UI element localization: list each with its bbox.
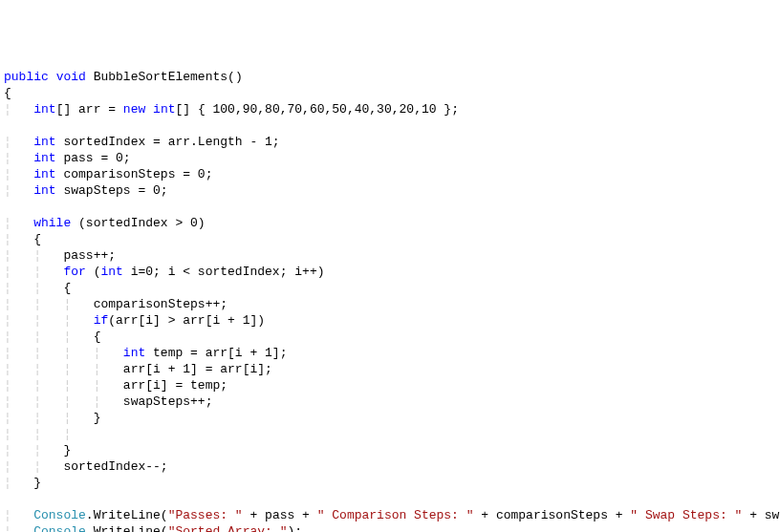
line-24: ¦ ¦ }	[4, 443, 71, 458]
brace-close: }	[94, 411, 101, 425]
keyword-void: void	[56, 70, 86, 84]
statement: sortedIndex--;	[63, 459, 167, 474]
type-console: Console	[33, 524, 86, 532]
string-literal: "Sorted Array: "	[168, 524, 288, 532]
line-blank: ¦ ¦ ¦	[4, 427, 94, 441]
brace-close: }	[63, 443, 71, 458]
line-29: ¦ Console.WriteLine("Sorted Array: ");	[4, 524, 302, 532]
array-initializer: [] { 100,90,80,70,60,50,40,30,20,10 };	[175, 102, 458, 117]
brace-open: {	[4, 86, 11, 100]
equals: =	[100, 102, 122, 117]
method-call: .WriteLine(	[86, 524, 168, 532]
keyword-int: int	[153, 102, 175, 117]
line-15: ¦ ¦ ¦ comparisonSteps++;	[4, 297, 228, 311]
array-brackets: []	[56, 102, 72, 117]
line-11: ¦ {	[4, 232, 41, 246]
code-text: sortedIndex = arr.Length - 1;	[56, 135, 280, 149]
keyword-int: int	[100, 265, 122, 279]
line-12: ¦ ¦ pass++;	[4, 248, 116, 263]
keyword-new: new	[123, 102, 145, 117]
keyword-int: int	[33, 183, 55, 198]
statement: pass++;	[63, 248, 116, 263]
keyword-public: public	[4, 70, 49, 84]
line-26: ¦ }	[4, 476, 41, 490]
brace-open: {	[63, 281, 71, 295]
line-5: ¦ int sortedIndex = arr.Length - 1;	[4, 135, 280, 149]
brace-open: {	[33, 232, 41, 246]
concat: + pass +	[243, 508, 317, 522]
keyword-int: int	[33, 151, 55, 165]
line-8: ¦ int swapSteps = 0;	[4, 183, 168, 198]
line-7: ¦ int comparisonSteps = 0;	[4, 167, 212, 181]
keyword-if: if	[94, 313, 109, 328]
string-literal: "Passes: "	[168, 508, 243, 522]
concat: + comparisonSteps +	[474, 508, 631, 522]
line-20: ¦ ¦ ¦ ¦ arr[i] = temp;	[4, 378, 228, 393]
for-condition: i=0; i < sortedIndex; i++)	[123, 265, 325, 279]
code-text: pass = 0;	[56, 151, 131, 165]
type-console: Console	[33, 508, 86, 522]
statement: comparisonSteps++;	[94, 297, 228, 311]
line-18: ¦ ¦ ¦ ¦ int temp = arr[i + 1];	[4, 346, 287, 360]
method-name: BubbleSortElements	[94, 70, 228, 84]
statement: arr[i + 1] = arr[i];	[123, 362, 272, 376]
line-13: ¦ ¦ for (int i=0; i < sortedIndex; i++)	[4, 265, 324, 279]
if-condition: (arr[i] > arr[i + 1])	[108, 313, 265, 328]
line-25: ¦ ¦ sortedIndex--;	[4, 459, 168, 474]
keyword-while: while	[33, 216, 71, 230]
paren-close: );	[287, 524, 302, 532]
line-3: ¦ int[] arr = new int[] { 100,90,80,70,6…	[4, 102, 459, 117]
method-call: .WriteLine(	[86, 508, 168, 522]
string-literal: " Swap Steps: "	[630, 508, 742, 522]
paren-open: (	[86, 265, 101, 279]
line-21: ¦ ¦ ¦ ¦ swapSteps++;	[4, 394, 212, 409]
line-28: ¦ Console.WriteLine("Passes: " + pass + …	[4, 508, 780, 522]
statement: arr[i] = temp;	[123, 378, 228, 393]
parens: ()	[228, 70, 243, 84]
line-14: ¦ ¦ {	[4, 281, 71, 295]
line-10: ¦ while (sortedIndex > 0)	[4, 216, 206, 230]
keyword-int: int	[123, 346, 145, 360]
line-2: {	[4, 86, 11, 100]
brace-open: {	[94, 330, 101, 344]
line-22: ¦ ¦ ¦ }	[4, 411, 100, 425]
statement: temp = arr[i + 1];	[145, 346, 287, 360]
keyword-for: for	[63, 265, 85, 279]
code-block: public void BubbleSortElements() { ¦ int…	[4, 69, 776, 532]
line-1: public void BubbleSortElements()	[4, 70, 243, 84]
keyword-int: int	[33, 167, 55, 181]
code-text: swapSteps = 0;	[56, 183, 168, 198]
line-19: ¦ ¦ ¦ ¦ arr[i + 1] = arr[i];	[4, 362, 272, 376]
statement: swapSteps++;	[123, 394, 213, 409]
code-text: comparisonSteps = 0;	[56, 167, 213, 181]
line-17: ¦ ¦ ¦ {	[4, 330, 100, 344]
keyword-int: int	[33, 102, 55, 117]
line-16: ¦ ¦ ¦ if(arr[i] > arr[i + 1])	[4, 313, 265, 328]
string-literal: " Comparison Steps: "	[317, 508, 474, 522]
concat-end: + swapSteps);	[742, 508, 780, 522]
brace-close: }	[33, 476, 41, 490]
identifier-arr: arr	[78, 102, 100, 117]
line-6: ¦ int pass = 0;	[4, 151, 131, 165]
keyword-int: int	[33, 135, 55, 149]
condition: (sortedIndex > 0)	[71, 216, 205, 230]
